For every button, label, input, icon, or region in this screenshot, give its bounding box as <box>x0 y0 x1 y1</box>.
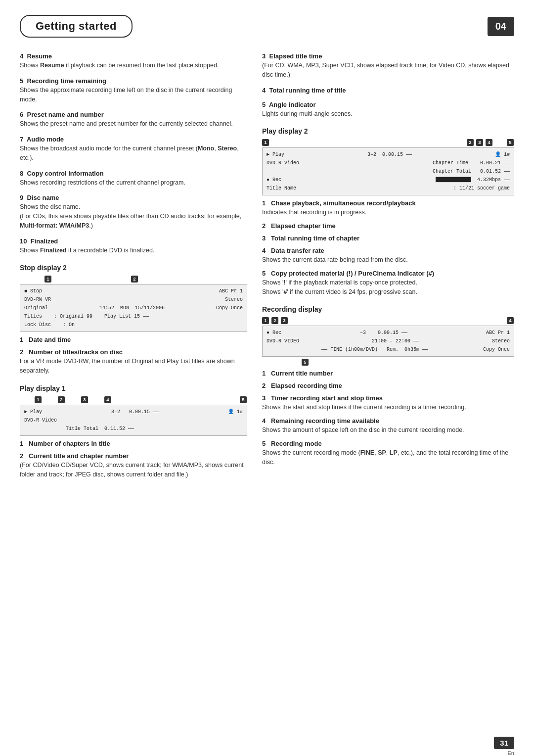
diag-dvdrw-vr: DVD-RW VR <box>24 295 51 304</box>
stop-display-section: Stop display 2 1 2 ■ Stop ABC Pr 1 DVD-R… <box>20 264 247 376</box>
recording-display-sub-list: 1 Current title number 2 Elapsed recordi… <box>262 370 514 467</box>
diag-timer-times: 21:00 – 22:00 —— <box>372 337 419 345</box>
stop-display-sub-list: 1 Date and time 2 Number of titles/track… <box>20 336 247 376</box>
recording-display-title: Recording display <box>262 305 514 313</box>
sub-item-body: For a VR mode DVD-RW, the number of Orig… <box>20 357 247 376</box>
sub-item-3: 3 Timer recording start and stop times S… <box>262 394 514 412</box>
sub-item-title: 3 Total running time of chapter <box>262 235 514 242</box>
diag-chap-info: 3–2 0.00.15 —— <box>367 150 412 159</box>
sub-item-title: 1 Chase playback, simultaneous record/pl… <box>262 199 514 207</box>
sub-item-body: Shows the amount of space left on the di… <box>262 425 514 435</box>
recording-display-section: Recording display 1 2 3 4 ● Rec –3 0.00.… <box>262 305 514 467</box>
diag-chapter-total: Chapter Total 0.01.52 —— <box>433 167 510 176</box>
section-recording-time-remaining: 5 Recording time remaining Shows the app… <box>20 77 247 104</box>
diag-chapter-time: Chapter Time 0.00.21 —— <box>433 159 510 167</box>
sub-item-body: Shows '!' if the playback material is co… <box>262 278 514 297</box>
callout-badge-4: 4 <box>507 317 514 324</box>
sub-item-title: 4 Data transfer rate <box>262 247 514 254</box>
section-copy-control: 8 Copy control information Shows recordi… <box>20 170 247 188</box>
sub-item-1: 1 Current title number <box>262 370 514 377</box>
sub-item-title: 2 Elapsed recording time <box>262 382 514 389</box>
section-elapsed-title: 3 Elapsed title time (For CD, WMA, MP3, … <box>262 52 514 80</box>
play-display1-section: Play display 1 1 2 3 4 5 ► Play 3–2 0.00… <box>20 384 247 479</box>
play-display1-title: Play display 1 <box>20 384 247 392</box>
diag-title-name-val: : 11/21 soccer game <box>453 184 510 192</box>
sub-item-5: 5 Copy protected material (!) / PureCine… <box>262 270 514 297</box>
section-body: Shows the preset name and preset number … <box>20 119 247 129</box>
diag-chapter-pos: 3–2 0.00.15 —— <box>111 408 159 416</box>
section-body: Shows the disc name.(For CDs, this area … <box>20 202 247 230</box>
footer: 31 En <box>494 737 514 756</box>
diag-rec-label: ● Rec <box>267 176 281 184</box>
callout-badge-2: 2 <box>131 276 138 283</box>
diag-stereo2: Stereo <box>492 337 510 345</box>
diag-abc-pr1: ABC Pr 1 <box>486 329 510 337</box>
callout-badge-1: 1 <box>262 317 269 324</box>
header: Getting started 04 <box>20 15 514 38</box>
diag-fine-rem: —— FINE (1h00m/DVD) Rem. 0h35m —— <box>321 345 428 354</box>
play-display2-title: Play display 2 <box>262 127 514 135</box>
section-title: 4 Resume <box>20 52 247 60</box>
section-title: 9 Disc name <box>20 194 247 201</box>
stop-display-diagram: ■ Stop ABC Pr 1 DVD-RW VR Stereo Origina… <box>20 284 247 332</box>
diag-play-label: ► Play <box>267 150 284 159</box>
diag-stereo: Stereo <box>225 295 243 304</box>
page: Getting started 04 4 Resume Shows Resume… <box>0 15 534 756</box>
callout-badge-2: 2 <box>467 139 474 146</box>
sub-item-2: 2 Number of titles/tracks on disc For a … <box>20 348 247 376</box>
sub-item-body: Shows the start and stop times if the cu… <box>262 403 514 412</box>
callout-badge-2: 2 <box>58 396 65 403</box>
callout-badge-5: 5 <box>240 396 247 403</box>
diag-date: 14:52 MON 15/11/2006 <box>99 304 165 312</box>
sub-item-3: 3 Total running time of chapter <box>262 235 514 242</box>
sub-item-title: 2 Elapsed chapter time <box>262 222 514 230</box>
stop-display-title: Stop display 2 <box>20 264 247 272</box>
callout-badge-3: 3 <box>476 139 483 146</box>
section-resume: 4 Resume Shows Resume if playback can be… <box>20 52 247 70</box>
diag-play-label: ► Play <box>24 408 42 416</box>
sub-item-title: 2 Number of titles/tracks on disc <box>20 348 247 356</box>
section-finalized: 10 Finalized Shows Finalized if a record… <box>20 237 247 255</box>
sub-item-1: 1 Number of chapters in title <box>20 440 247 447</box>
play-display2-section: Play display 2 1 2 3 4 5 ► Play 3–2 0.00… <box>262 127 514 296</box>
callout-badge-3: 3 <box>81 396 88 403</box>
callout-badge-1: 1 <box>262 139 269 146</box>
callout-badge-4: 4 <box>104 396 111 403</box>
section-preset-name: 6 Preset name and number Shows the prese… <box>20 111 247 129</box>
sub-item-title: 1 Current title number <box>262 370 514 377</box>
section-body: Shows the approximate recording time lef… <box>20 86 247 104</box>
sub-item-2: 2 Current title and chapter number (For … <box>20 452 247 479</box>
diag-titles-label: Titles <box>24 314 42 319</box>
sub-item-title: 3 Timer recording start and stop times <box>262 394 514 402</box>
sub-item-body: Indicates that recording is in progress. <box>262 208 514 217</box>
callout-badge-5: 5 <box>302 359 309 366</box>
callout-badge-4: 4 <box>486 139 492 146</box>
callout-badge-1: 1 <box>44 276 51 283</box>
play-display2-diagram: ► Play 3–2 0.00.15 —— 👤 1# DVD-R Video C… <box>262 147 514 195</box>
sub-item-title: 5 Recording mode <box>262 440 514 447</box>
section-title: 6 Preset name and number <box>20 111 247 118</box>
sub-item-1: 1 Chase playback, simultaneous record/pl… <box>262 199 514 217</box>
diag-copy-once2: Copy Once <box>483 345 510 354</box>
section-title: 4 Total running time of title <box>262 87 514 94</box>
diag-abc-pr: ABC Pr 1 <box>219 287 243 295</box>
sub-item-2: 2 Elapsed recording time <box>262 382 514 389</box>
sub-item-2: 2 Elapsed chapter time <box>262 222 514 230</box>
sub-item-4: 4 Data transfer rate Shows the current d… <box>262 247 514 265</box>
section-total-running: 4 Total running time of title <box>262 87 514 94</box>
chapter-number: 04 <box>488 17 514 36</box>
diag-title-total: Title Total 0.11.52 —— <box>24 425 134 433</box>
sub-item-title: 1 Date and time <box>20 336 247 343</box>
page-number: 31 <box>494 737 514 749</box>
play-display1-sub-list: 1 Number of chapters in title 2 Current … <box>20 440 247 479</box>
section-title: 5 Recording time remaining <box>20 77 247 85</box>
diag-title-name-label: Title Name <box>267 184 296 192</box>
callout-badge-5: 5 <box>507 139 514 146</box>
section-title: 3 Elapsed title time <box>262 52 514 60</box>
sub-item-body: Shows the current recording mode (FINE, … <box>262 448 514 467</box>
sub-item-body: Shows the current data rate being read f… <box>262 255 514 265</box>
footer-lang: En <box>508 750 514 756</box>
diag-angle-icon: 👤 1# <box>228 408 243 416</box>
section-body: Shows Finalized if a recordable DVD is f… <box>20 246 247 255</box>
sub-item-1: 1 Date and time <box>20 336 247 343</box>
